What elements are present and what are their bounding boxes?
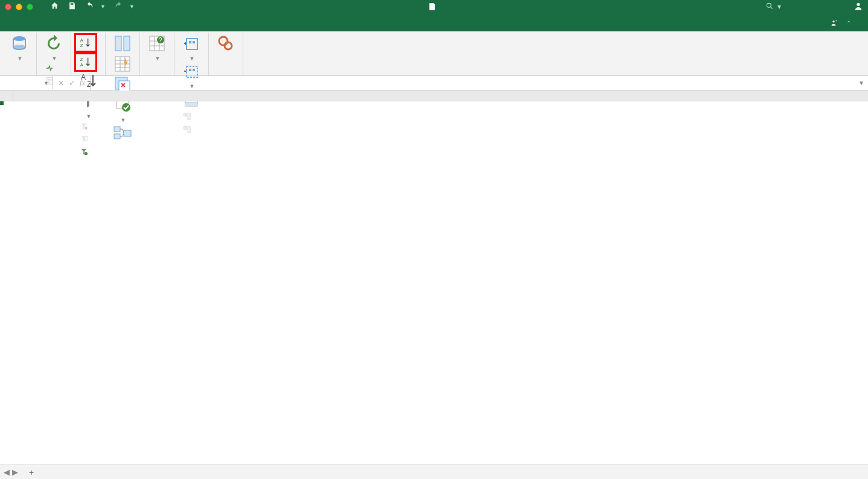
sort-desc-button[interactable]: ZA (75, 53, 97, 71)
selection-box (0, 101, 2, 104)
search-input[interactable] (785, 2, 845, 11)
svg-rect-27 (189, 41, 191, 43)
formula-input[interactable] (91, 76, 855, 90)
maximize-window-button[interactable] (27, 4, 33, 10)
spreadsheet-grid[interactable] (0, 90, 868, 465)
svg-rect-30 (189, 69, 191, 71)
svg-text:A: A (80, 37, 83, 43)
refresh-all-button[interactable]: ▼ (40, 34, 67, 62)
share-button[interactable]: ⌃ (821, 16, 860, 31)
select-all-corner[interactable] (0, 90, 13, 101)
redo-icon[interactable] (114, 1, 123, 12)
svg-point-4 (13, 45, 25, 49)
svg-point-3 (13, 36, 25, 41)
title-bar: ▼ ▼ ▾ (0, 0, 868, 13)
analysis-tools-button[interactable] (212, 34, 239, 72)
sheet-nav-prev-icon[interactable]: ◀ (4, 468, 10, 477)
cancel-icon[interactable]: ✕ (58, 79, 64, 87)
home-icon[interactable] (50, 1, 59, 12)
svg-rect-28 (193, 41, 195, 43)
svg-text:A: A (80, 62, 83, 68)
svg-rect-13 (115, 36, 121, 51)
svg-point-1 (857, 2, 860, 5)
sheet-nav-next-icon[interactable]: ▶ (12, 468, 18, 477)
search-icon (765, 2, 774, 12)
close-window-button[interactable] (5, 4, 11, 10)
svg-rect-26 (187, 39, 197, 49)
connections-button[interactable] (43, 62, 59, 74)
minimize-window-button[interactable] (16, 4, 22, 10)
svg-point-38 (219, 37, 228, 45)
ribbon-tabs: ⌃ (0, 13, 868, 31)
add-sheet-button[interactable]: + (22, 465, 41, 479)
get-external-data-button[interactable]: ▼ (6, 34, 33, 72)
group-button[interactable]: ▼ (178, 34, 205, 62)
svg-point-0 (767, 3, 771, 7)
svg-point-39 (225, 42, 232, 49)
svg-text:Z: Z (80, 57, 83, 62)
document-title (428, 2, 440, 11)
svg-text:?: ? (159, 37, 162, 43)
text-to-columns-button[interactable] (109, 34, 136, 54)
undo-icon[interactable] (85, 1, 94, 12)
whatif-button[interactable]: ?▼ (144, 34, 170, 72)
fill-handle[interactable] (0, 101, 4, 105)
sheet-tabs-bar: ◀▶ + (0, 465, 868, 479)
window-controls (5, 4, 33, 10)
svg-text:Z: Z (80, 43, 83, 48)
fx-icon[interactable]: fx (80, 78, 85, 87)
flash-fill-button[interactable] (109, 54, 136, 75)
svg-rect-14 (124, 36, 130, 51)
svg-point-2 (832, 21, 835, 23)
formula-bar: ▼ ✕ ✓ fx ▼ (0, 76, 868, 90)
save-icon[interactable] (68, 1, 77, 12)
ribbon-data: ▼ ▼ AZ ZA AZ ▼ ▼ (0, 31, 868, 76)
svg-rect-31 (193, 69, 195, 71)
sort-asc-button[interactable]: AZ (75, 34, 97, 52)
user-icon[interactable] (849, 1, 863, 13)
confirm-icon[interactable]: ✓ (69, 79, 75, 87)
expand-formula-bar-button[interactable]: ▼ (855, 76, 868, 90)
